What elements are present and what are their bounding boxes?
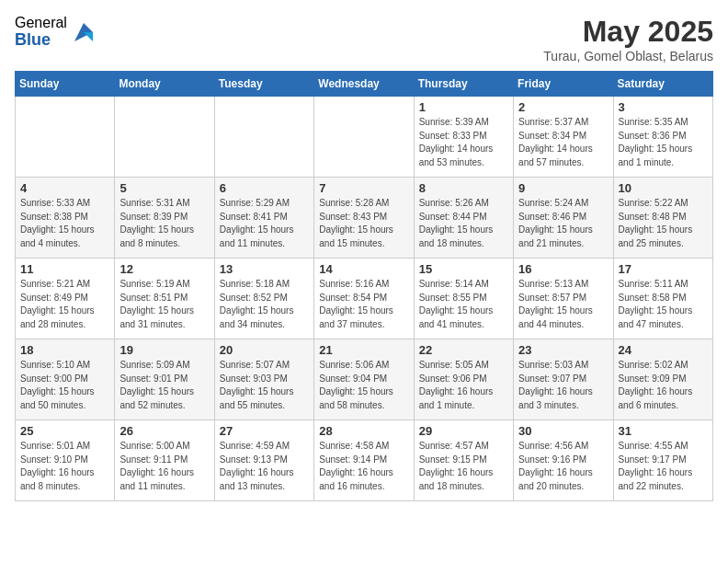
calendar-cell: 7Sunrise: 5:28 AM Sunset: 8:43 PM Daylig… [314, 178, 414, 259]
calendar-cell: 6Sunrise: 5:29 AM Sunset: 8:41 PM Daylig… [214, 178, 313, 259]
calendar-body: 1Sunrise: 5:39 AM Sunset: 8:33 PM Daylig… [16, 97, 713, 501]
day-info: Sunrise: 5:33 AM Sunset: 8:38 PM Dayligh… [20, 197, 109, 250]
day-number: 5 [119, 181, 209, 195]
day-number: 16 [518, 262, 608, 276]
calendar-cell: 25Sunrise: 5:01 AM Sunset: 9:10 PM Dayli… [16, 420, 115, 501]
calendar-cell: 31Sunrise: 4:55 AM Sunset: 9:17 PM Dayli… [613, 420, 712, 501]
day-info: Sunrise: 5:01 AM Sunset: 9:10 PM Dayligh… [20, 440, 109, 493]
calendar-cell: 23Sunrise: 5:03 AM Sunset: 9:07 PM Dayli… [514, 339, 613, 420]
week-row-5: 25Sunrise: 5:01 AM Sunset: 9:10 PM Dayli… [16, 420, 713, 501]
calendar-cell: 27Sunrise: 4:59 AM Sunset: 9:13 PM Dayli… [214, 420, 313, 501]
calendar-cell: 29Sunrise: 4:57 AM Sunset: 9:15 PM Dayli… [414, 420, 513, 501]
calendar-cell: 21Sunrise: 5:06 AM Sunset: 9:04 PM Dayli… [314, 339, 414, 420]
day-number: 2 [518, 100, 608, 114]
day-info: Sunrise: 5:10 AM Sunset: 9:00 PM Dayligh… [20, 359, 109, 412]
day-info: Sunrise: 5:31 AM Sunset: 8:39 PM Dayligh… [119, 197, 209, 250]
day-info: Sunrise: 5:18 AM Sunset: 8:52 PM Dayligh… [220, 278, 309, 331]
col-header-wednesday: Wednesday [314, 72, 414, 97]
calendar-cell: 1Sunrise: 5:39 AM Sunset: 8:33 PM Daylig… [414, 97, 513, 178]
day-info: Sunrise: 4:58 AM Sunset: 9:14 PM Dayligh… [319, 440, 408, 493]
day-number: 25 [20, 424, 109, 438]
day-number: 24 [619, 343, 708, 357]
day-number: 19 [119, 343, 209, 357]
day-info: Sunrise: 5:35 AM Sunset: 8:36 PM Dayligh… [619, 116, 708, 169]
day-info: Sunrise: 4:55 AM Sunset: 9:17 PM Dayligh… [619, 440, 708, 493]
day-info: Sunrise: 4:59 AM Sunset: 9:13 PM Dayligh… [220, 440, 309, 493]
calendar-table: SundayMondayTuesdayWednesdayThursdayFrid… [15, 71, 713, 501]
day-info: Sunrise: 5:02 AM Sunset: 9:09 PM Dayligh… [619, 359, 708, 412]
col-header-thursday: Thursday [414, 72, 513, 97]
day-number: 17 [619, 262, 708, 276]
day-info: Sunrise: 5:28 AM Sunset: 8:43 PM Dayligh… [319, 197, 408, 250]
calendar-cell: 20Sunrise: 5:07 AM Sunset: 9:03 PM Dayli… [214, 339, 313, 420]
day-info: Sunrise: 5:05 AM Sunset: 9:06 PM Dayligh… [419, 359, 508, 412]
col-header-monday: Monday [115, 72, 214, 97]
calendar-cell: 28Sunrise: 4:58 AM Sunset: 9:14 PM Dayli… [314, 420, 414, 501]
logo-blue: Blue [15, 31, 67, 50]
col-header-friday: Friday [514, 72, 613, 97]
day-number: 11 [20, 262, 109, 276]
week-row-1: 1Sunrise: 5:39 AM Sunset: 8:33 PM Daylig… [16, 97, 713, 178]
calendar-cell: 2Sunrise: 5:37 AM Sunset: 8:34 PM Daylig… [514, 97, 613, 178]
day-number: 23 [518, 343, 608, 357]
calendar-cell: 22Sunrise: 5:05 AM Sunset: 9:06 PM Dayli… [414, 339, 513, 420]
calendar-cell: 15Sunrise: 5:14 AM Sunset: 8:55 PM Dayli… [414, 259, 513, 339]
day-number: 12 [119, 262, 209, 276]
col-header-tuesday: Tuesday [214, 72, 313, 97]
day-info: Sunrise: 5:11 AM Sunset: 8:58 PM Dayligh… [619, 278, 708, 331]
calendar-cell: 3Sunrise: 5:35 AM Sunset: 8:36 PM Daylig… [613, 97, 712, 178]
day-info: Sunrise: 5:29 AM Sunset: 8:41 PM Dayligh… [220, 197, 309, 250]
calendar-cell: 10Sunrise: 5:22 AM Sunset: 8:48 PM Dayli… [613, 178, 712, 259]
page-header: General Blue May 2025 Turau, Gomel Oblas… [15, 15, 713, 63]
day-number: 3 [619, 100, 708, 114]
calendar-cell [115, 97, 214, 178]
day-info: Sunrise: 5:07 AM Sunset: 9:03 PM Dayligh… [220, 359, 309, 412]
day-number: 9 [518, 181, 608, 195]
calendar-cell: 19Sunrise: 5:09 AM Sunset: 9:01 PM Dayli… [115, 339, 214, 420]
day-info: Sunrise: 5:19 AM Sunset: 8:51 PM Dayligh… [119, 278, 209, 331]
day-number: 8 [419, 181, 508, 195]
calendar-cell [16, 97, 115, 178]
calendar-cell [214, 97, 313, 178]
day-number: 6 [220, 181, 309, 195]
day-number: 1 [419, 100, 508, 114]
calendar-cell: 4Sunrise: 5:33 AM Sunset: 8:38 PM Daylig… [16, 178, 115, 259]
day-number: 20 [220, 343, 309, 357]
day-info: Sunrise: 4:56 AM Sunset: 9:16 PM Dayligh… [518, 440, 608, 493]
day-number: 10 [619, 181, 708, 195]
day-info: Sunrise: 5:39 AM Sunset: 8:33 PM Dayligh… [419, 116, 508, 169]
logo: General Blue [15, 15, 97, 49]
day-info: Sunrise: 5:37 AM Sunset: 8:34 PM Dayligh… [518, 116, 608, 169]
day-number: 29 [419, 424, 508, 438]
day-info: Sunrise: 5:09 AM Sunset: 9:01 PM Dayligh… [119, 359, 209, 412]
calendar-cell: 14Sunrise: 5:16 AM Sunset: 8:54 PM Dayli… [314, 259, 414, 339]
day-number: 21 [319, 343, 408, 357]
day-number: 22 [419, 343, 508, 357]
col-header-saturday: Saturday [613, 72, 712, 97]
day-info: Sunrise: 5:00 AM Sunset: 9:11 PM Dayligh… [119, 440, 209, 493]
svg-marker-1 [84, 32, 93, 41]
day-number: 7 [319, 181, 408, 195]
calendar-cell: 5Sunrise: 5:31 AM Sunset: 8:39 PM Daylig… [115, 178, 214, 259]
day-number: 15 [419, 262, 508, 276]
day-info: Sunrise: 5:24 AM Sunset: 8:46 PM Dayligh… [518, 197, 608, 250]
day-info: Sunrise: 5:13 AM Sunset: 8:57 PM Dayligh… [518, 278, 608, 331]
day-number: 13 [220, 262, 309, 276]
calendar-cell: 12Sunrise: 5:19 AM Sunset: 8:51 PM Dayli… [115, 259, 214, 339]
day-info: Sunrise: 5:26 AM Sunset: 8:44 PM Dayligh… [419, 197, 508, 250]
day-number: 28 [319, 424, 408, 438]
col-header-sunday: Sunday [16, 72, 115, 97]
calendar-cell: 26Sunrise: 5:00 AM Sunset: 9:11 PM Dayli… [115, 420, 214, 501]
title-block: May 2025 Turau, Gomel Oblast, Belarus [543, 15, 713, 63]
day-number: 4 [20, 181, 109, 195]
day-info: Sunrise: 5:16 AM Sunset: 8:54 PM Dayligh… [319, 278, 408, 331]
main-title: May 2025 [543, 15, 713, 49]
day-number: 30 [518, 424, 608, 438]
calendar-cell: 30Sunrise: 4:56 AM Sunset: 9:16 PM Dayli… [514, 420, 613, 501]
calendar-cell [314, 97, 414, 178]
day-number: 27 [220, 424, 309, 438]
subtitle: Turau, Gomel Oblast, Belarus [543, 49, 713, 63]
day-info: Sunrise: 5:06 AM Sunset: 9:04 PM Dayligh… [319, 359, 408, 412]
calendar-header: SundayMondayTuesdayWednesdayThursdayFrid… [16, 72, 713, 97]
calendar-cell: 11Sunrise: 5:21 AM Sunset: 8:49 PM Dayli… [16, 259, 115, 339]
